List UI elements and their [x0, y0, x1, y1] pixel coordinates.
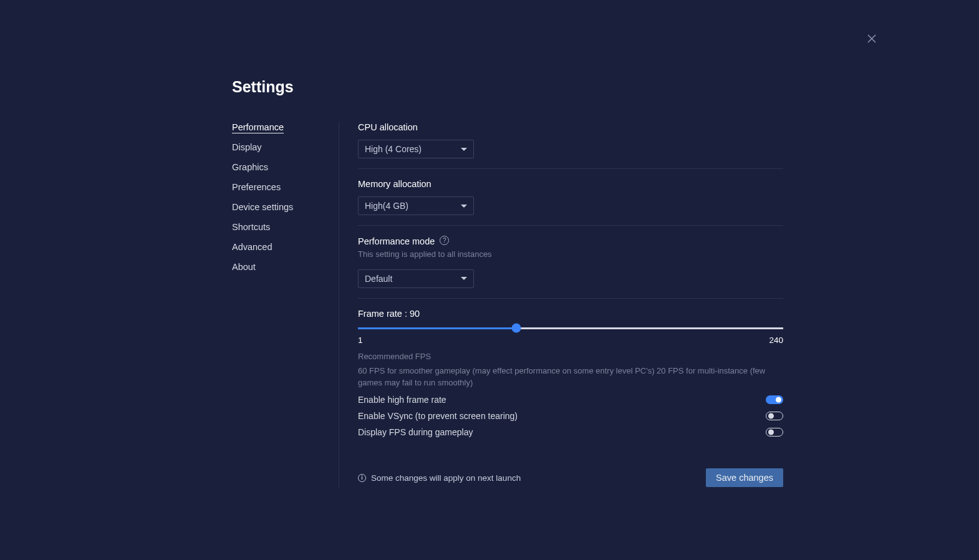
frame-rate-min: 1 [358, 336, 363, 345]
sidebar-item-preferences[interactable]: Preferences [232, 182, 281, 193]
high-frame-rate-label: Enable high frame rate [358, 395, 446, 405]
help-icon[interactable]: ? [440, 236, 449, 245]
frame-rate-label: Frame rate : 90 [358, 309, 783, 319]
frame-rate-slider-fill [358, 327, 516, 329]
memory-allocation-value: High(4 GB) [365, 201, 408, 211]
sidebar-item-performance[interactable]: Performance [232, 122, 284, 133]
sidebar-item-advanced[interactable]: Advanced [232, 242, 272, 253]
vsync-label: Enable VSync (to prevent screen tearing) [358, 411, 518, 421]
page-title: Settings [232, 78, 979, 96]
sidebar-item-device-settings[interactable]: Device settings [232, 202, 293, 213]
content-panel: CPU allocation High (4 Cores) Memory all… [339, 122, 783, 487]
close-icon [867, 34, 877, 44]
cpu-allocation-label: CPU allocation [358, 122, 783, 132]
recommended-fps-title: Recommended FPS [358, 351, 783, 363]
chevron-down-icon [461, 277, 467, 280]
save-changes-button[interactable]: Save changes [706, 468, 783, 487]
frame-rate-slider[interactable] [358, 327, 783, 329]
frame-rate-slider-thumb[interactable] [511, 324, 521, 333]
sidebar-item-shortcuts[interactable]: Shortcuts [232, 222, 270, 233]
recommended-fps-text: 60 FPS for smoother gameplay (may effect… [358, 365, 783, 389]
chevron-down-icon [461, 205, 467, 208]
performance-mode-value: Default [365, 274, 392, 284]
memory-allocation-label: Memory allocation [358, 179, 783, 189]
sidebar-item-display[interactable]: Display [232, 142, 262, 153]
info-icon: i [358, 474, 366, 482]
sidebar: Performance Display Graphics Preferences… [232, 122, 339, 487]
close-button[interactable] [864, 31, 879, 46]
performance-mode-label: Performance mode [358, 236, 435, 246]
cpu-allocation-value: High (4 Cores) [365, 144, 422, 154]
cpu-allocation-select[interactable]: High (4 Cores) [358, 140, 474, 158]
performance-mode-hint: This setting is applied to all instances [358, 249, 783, 261]
chevron-down-icon [461, 148, 467, 151]
display-fps-toggle[interactable] [766, 428, 783, 437]
display-fps-label: Display FPS during gameplay [358, 427, 473, 437]
performance-mode-select[interactable]: Default [358, 269, 474, 288]
sidebar-item-graphics[interactable]: Graphics [232, 162, 268, 173]
memory-allocation-select[interactable]: High(4 GB) [358, 196, 474, 215]
frame-rate-max: 240 [769, 336, 783, 345]
vsync-toggle[interactable] [766, 412, 783, 420]
sidebar-item-about[interactable]: About [232, 262, 256, 273]
apply-notice: i Some changes will apply on next launch [358, 473, 521, 483]
apply-notice-text: Some changes will apply on next launch [371, 473, 521, 483]
high-frame-rate-toggle[interactable] [766, 395, 783, 404]
